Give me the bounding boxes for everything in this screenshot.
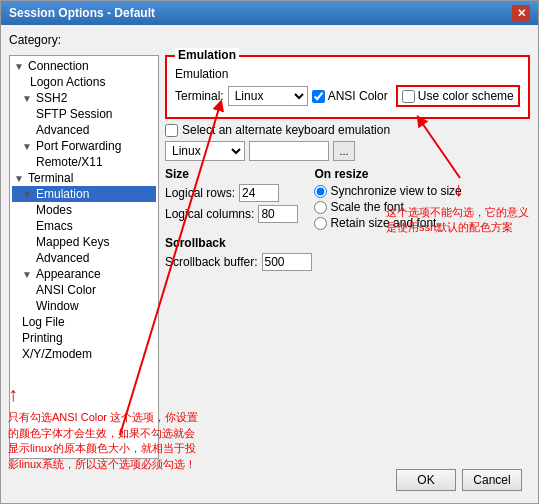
retain-size-radio[interactable] <box>314 217 327 230</box>
tree-emacs[interactable]: Emacs <box>12 218 156 234</box>
scrollback-buffer-input[interactable] <box>262 253 312 271</box>
ansi-color-checkbox-label[interactable]: ANSI Color <box>312 89 388 103</box>
tree-appearance[interactable]: ▼Appearance <box>12 266 156 282</box>
use-color-scheme-checkbox[interactable] <box>402 90 415 103</box>
bottom-annotation: ↑ 只有勾选ANSI Color 这个选项，你设置的颜色字体才会生效，如果不勾选… <box>8 380 203 472</box>
ok-button[interactable]: OK <box>396 469 456 491</box>
size-section: Size Logical rows: Logical columns: <box>165 167 298 230</box>
tree-advanced-ssh2[interactable]: Advanced <box>12 122 156 138</box>
logical-columns-label: Logical columns: <box>165 207 254 221</box>
right-annotation-text: 这个选项不能勾选，它的意义是使用ssh默认的配色方案 <box>386 206 529 233</box>
logical-rows-input[interactable] <box>239 184 279 202</box>
size-title: Size <box>165 167 298 181</box>
tree-modes[interactable]: Modes <box>12 202 156 218</box>
expand-icon-ssh2: ▼ <box>22 93 36 104</box>
tree-ssh2[interactable]: ▼SSH2 <box>12 90 156 106</box>
tree-printing[interactable]: Printing <box>12 330 156 346</box>
scrollback-buffer-label: Scrollback buffer: <box>165 255 258 269</box>
close-button[interactable]: ✕ <box>512 5 530 21</box>
alt-terminal-input[interactable] <box>249 141 329 161</box>
outer-container: Session Options - Default ✕ Category: ▼C… <box>0 0 539 504</box>
tree-log-file[interactable]: Log File <box>12 314 156 330</box>
tree-xyz-modem[interactable]: X/Y/Zmodem <box>12 346 156 362</box>
bottom-annotation-text: 只有勾选ANSI Color 这个选项，你设置的颜色字体才会生效，如果不勾选就会… <box>8 411 198 469</box>
alternate-keyboard-row: Select an alternate keyboard emulation <box>165 123 530 137</box>
tree-window[interactable]: Window <box>12 298 156 314</box>
terminal-label: Terminal: <box>175 89 224 103</box>
logical-columns-row: Logical columns: <box>165 205 298 223</box>
emulation-box-title: Emulation <box>175 48 239 62</box>
scale-font-radio[interactable] <box>314 201 327 214</box>
expand-icon: ▼ <box>14 61 28 72</box>
alt-terminal-row: Linux VT100 VT220 ... <box>165 141 530 161</box>
scrollback-title: Scrollback <box>165 236 530 250</box>
alt-terminal-select[interactable]: Linux VT100 VT220 <box>165 141 245 161</box>
content-panel: Emulation Emulation Terminal: Linux VT10… <box>165 55 530 459</box>
tree-terminal[interactable]: ▼Terminal <box>12 170 156 186</box>
tree-remote-x11[interactable]: Remote/X11 <box>12 154 156 170</box>
logical-rows-label: Logical rows: <box>165 186 235 200</box>
expand-icon-emulation: ▼ <box>22 189 36 200</box>
expand-icon-pf: ▼ <box>22 141 36 152</box>
window-title: Session Options - Default <box>9 6 155 20</box>
expand-icon-appearance: ▼ <box>22 269 36 280</box>
tree-ansi-color[interactable]: ANSI Color <box>12 282 156 298</box>
tree-mapped-keys[interactable]: Mapped Keys <box>12 234 156 250</box>
tree-connection[interactable]: ▼Connection <box>12 58 156 74</box>
logical-columns-input[interactable] <box>258 205 298 223</box>
use-color-scheme-box: Use color scheme <box>396 85 520 107</box>
ansi-color-label: ANSI Color <box>328 89 388 103</box>
tree-port-forwarding[interactable]: ▼Port Forwarding <box>12 138 156 154</box>
scrollback-row: Scrollback buffer: <box>165 253 530 271</box>
category-label: Category: <box>9 33 530 47</box>
title-bar: Session Options - Default ✕ <box>1 1 538 25</box>
tree-sftp-session[interactable]: SFTP Session <box>12 106 156 122</box>
scrollback-section: Scrollback Scrollback buffer: <box>165 236 530 274</box>
expand-icon-terminal: ▼ <box>14 173 28 184</box>
terminal-row: Terminal: Linux VT100 VT220 ANSI Xterm A… <box>175 85 520 107</box>
tree-advanced-emulation[interactable]: Advanced <box>12 250 156 266</box>
right-annotation: ↓ 这个选项不能勾选，它的意义是使用ssh默认的配色方案 <box>386 175 531 236</box>
alternate-keyboard-label: Select an alternate keyboard emulation <box>182 123 390 137</box>
cancel-button[interactable]: Cancel <box>462 469 522 491</box>
tree-emulation[interactable]: ▼Emulation <box>12 186 156 202</box>
alternate-keyboard-checkbox[interactable] <box>165 124 178 137</box>
tree-logon-actions[interactable]: Logon Actions <box>12 74 156 90</box>
sync-view-radio[interactable] <box>314 185 327 198</box>
use-color-scheme-label: Use color scheme <box>418 89 514 103</box>
emulation-box: Emulation Emulation Terminal: Linux VT10… <box>165 55 530 119</box>
terminal-select[interactable]: Linux VT100 VT220 ANSI Xterm <box>228 86 308 106</box>
ansi-color-checkbox[interactable] <box>312 90 325 103</box>
ellipsis-button[interactable]: ... <box>333 141 355 161</box>
logical-rows-row: Logical rows: <box>165 184 298 202</box>
emulation-label: Emulation <box>175 67 228 81</box>
